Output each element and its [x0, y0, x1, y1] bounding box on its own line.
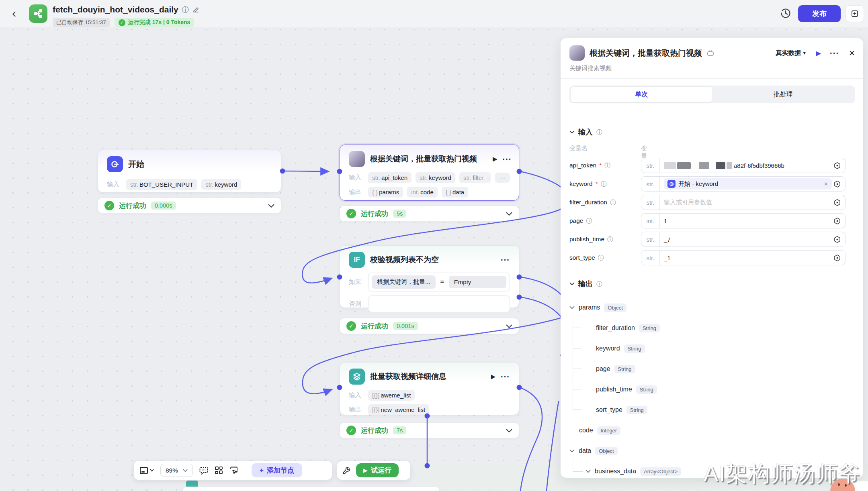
- condition-operator[interactable]: =: [440, 279, 444, 286]
- output-node-business-data: business_dataArray<Object>: [585, 465, 681, 478]
- type-badge: String: [614, 365, 635, 373]
- output-node-sort-type: sort_typeString: [596, 403, 647, 416]
- plus-icon: +: [260, 467, 264, 475]
- variable-reference-tag[interactable]: 开始 - keyword ✕: [664, 178, 832, 189]
- node-more-button[interactable]: ···: [501, 372, 510, 381]
- node-search-videos[interactable]: 根据关键词，批量获取热门视频 ▶ ··· 输入 str.api_token st…: [340, 145, 519, 201]
- panel-title: 根据关键词，批量获取热门视频: [590, 48, 702, 59]
- panel-run-button[interactable]: ▶: [816, 49, 821, 57]
- publish-time-field[interactable]: str. _7: [641, 232, 845, 247]
- success-check-icon: ✓: [346, 209, 356, 218]
- else-branch-box[interactable]: [368, 295, 510, 312]
- expression-button[interactable]: [833, 199, 841, 206]
- condition-row[interactable]: 根据关键词，批量... = Empty: [368, 273, 510, 291]
- var-tag: [{}]aweme_list: [368, 390, 415, 401]
- expression-button[interactable]: [833, 236, 841, 243]
- plugin-avatar: [349, 151, 365, 167]
- history-button[interactable]: [780, 7, 792, 21]
- chevron-down-icon[interactable]: [569, 130, 575, 134]
- auto-layout-button[interactable]: [215, 466, 223, 475]
- type-badge: String: [624, 344, 645, 353]
- type-badge: Integer: [597, 426, 620, 435]
- more-tags-button[interactable]: ···: [495, 173, 510, 183]
- run-node-button[interactable]: ▶: [493, 155, 497, 163]
- success-check-icon: ✓: [346, 321, 356, 331]
- status-bar-if[interactable]: ✓ 运行成功 0.001s: [340, 318, 519, 334]
- status-bar-start[interactable]: ✓ 运行成功 0.000s: [98, 198, 281, 214]
- node-more-button[interactable]: ···: [503, 155, 512, 164]
- output-node-params: paramsObject: [569, 301, 626, 314]
- info-icon: ⓘ: [607, 236, 613, 243]
- publish-button[interactable]: 发布: [798, 5, 841, 22]
- close-panel-button[interactable]: ✕: [849, 49, 855, 58]
- clear-reference-button[interactable]: ✕: [824, 181, 828, 187]
- chevron-down-icon[interactable]: [569, 306, 575, 309]
- add-node-button[interactable]: + 添加节点: [252, 463, 302, 477]
- workflow-title: fetch_douyin_hot_videos_daily: [53, 5, 178, 14]
- test-run-button[interactable]: ▶ 试运行: [356, 463, 399, 477]
- col-var-name: 变量名: [569, 145, 588, 152]
- info-icon: ⓘ: [596, 128, 602, 136]
- expression-button[interactable]: [833, 180, 841, 188]
- type-badge: String: [626, 406, 647, 414]
- node-title: 开始: [128, 159, 144, 170]
- data-mode-select[interactable]: 真实数据 ▾: [776, 49, 806, 57]
- run-node-button[interactable]: ▶: [491, 373, 495, 380]
- output-section-header[interactable]: 输出 ⓘ: [569, 279, 602, 289]
- chevron-down-icon: [183, 469, 188, 472]
- chevron-down-icon[interactable]: [569, 282, 575, 285]
- back-button[interactable]: ‹: [12, 6, 16, 20]
- start-node-mini-icon: [667, 180, 676, 188]
- info-icon: ⓘ: [604, 162, 610, 169]
- node-title: 根据关键词，批量获取热门视频: [370, 154, 477, 164]
- info-icon[interactable]: ⓘ: [182, 5, 189, 14]
- batch-node-icon: [349, 369, 365, 385]
- comment-button[interactable]: [199, 466, 208, 475]
- tab-single[interactable]: 单次: [571, 87, 712, 102]
- workflow-editor: ‹ fetch_douyin_hot_videos_daily ⓘ 已自动保存 …: [0, 0, 868, 491]
- page-field[interactable]: int. 1: [641, 213, 845, 228]
- open-in-window-button[interactable]: [845, 5, 864, 22]
- panel-more-button[interactable]: ···: [830, 49, 839, 58]
- expression-button[interactable]: [833, 162, 841, 169]
- chevron-down-icon[interactable]: [585, 470, 591, 473]
- expression-button[interactable]: [833, 217, 841, 225]
- input-row-filter-duration: filter_durationⓘ str. 输入或引用参数值: [569, 195, 845, 210]
- condition-left-operand[interactable]: 根据关键词，批量...: [372, 275, 436, 289]
- var-tag: int.code: [407, 187, 438, 198]
- watermark: AI架构师汤师爷: [704, 459, 861, 489]
- chevron-down-icon[interactable]: [569, 449, 575, 452]
- condition-right-operand[interactable]: Empty: [449, 276, 506, 288]
- input-label: 输入: [349, 391, 364, 399]
- status-text: 运行成功: [361, 209, 388, 218]
- api-token-field[interactable]: str. a82f-6f5dbf39666b: [641, 158, 845, 173]
- status-bar-batch[interactable]: ✓ 运行成功 7s: [340, 422, 519, 438]
- node-if-check[interactable]: IF 校验视频列表不为空 ··· 如果 根据关键词，批量... = Empty …: [340, 245, 519, 308]
- keyword-field[interactable]: str. 开始 - keyword ✕: [641, 176, 845, 192]
- input-row-keyword: keyword*ⓘ str. 开始 - keyword ✕: [569, 176, 845, 192]
- chevron-down-icon[interactable]: [506, 324, 512, 328]
- select-mode-button[interactable]: [229, 466, 238, 475]
- output-node-publish-time: publish_timeString: [596, 383, 657, 396]
- wrench-icon[interactable]: [342, 466, 351, 475]
- run-complete-badge: ✓ 运行完成 17s | 0 Tokens: [115, 18, 194, 27]
- minimap-toggle-button[interactable]: [139, 467, 154, 475]
- if-node-icon: IF: [349, 252, 365, 268]
- chevron-down-icon[interactable]: [506, 429, 512, 432]
- edit-icon[interactable]: [192, 6, 200, 13]
- zoom-select[interactable]: 89%: [160, 464, 193, 477]
- chevron-down-icon[interactable]: [506, 212, 512, 216]
- input-section-header[interactable]: 输入 ⓘ: [569, 127, 602, 137]
- node-more-button[interactable]: ···: [501, 255, 510, 265]
- status-text: 运行成功: [361, 322, 388, 331]
- node-start[interactable]: 开始 输入 str.BOT_USER_INPUT str.keyword: [98, 150, 281, 193]
- node-batch-details[interactable]: 批量获取视频详细信息 ▶ ··· 输入 [{}]aweme_list 输出 [{…: [340, 362, 519, 415]
- run-toolbar: ▶ 试运行: [337, 461, 410, 480]
- sort-type-field[interactable]: str. _1: [641, 250, 845, 265]
- status-bar-search[interactable]: ✓ 运行成功 5s: [340, 206, 519, 222]
- filter-duration-field[interactable]: str. 输入或引用参数值: [641, 195, 845, 210]
- expression-button[interactable]: [833, 254, 841, 262]
- tab-batch[interactable]: 批处理: [712, 87, 854, 102]
- chevron-down-icon[interactable]: [268, 204, 274, 208]
- run-complete-text: 运行完成 17s | 0 Tokens: [128, 19, 190, 26]
